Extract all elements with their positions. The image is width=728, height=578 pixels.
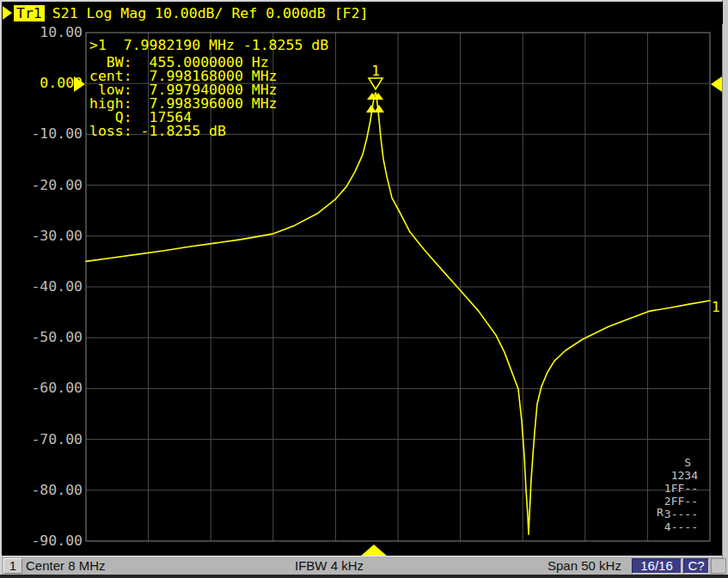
marker-readout-line: >1 7.9982190 MHz -1.8255 dB: [89, 37, 328, 53]
bandwidth-readout: BW: 455.0000000 Hz cent: 7.998168000 MHz…: [89, 56, 278, 138]
span-status: Span 50 kHz: [548, 558, 621, 573]
averaging-count-badge[interactable]: 16/16: [632, 558, 682, 574]
y-axis-label: -60.00: [0, 380, 83, 396]
y-axis-label: -50.00: [0, 330, 83, 345]
ifbw-status: IFBW 4 kHz: [295, 558, 364, 573]
vna-screen: Tr1 S21 Log Mag 10.00dB/ Ref 0.000dB [F2…: [0, 0, 728, 578]
y-axis-label: 10.00: [0, 25, 83, 40]
y-axis-label: 0.000: [0, 76, 83, 91]
ref-level-triangle-right[interactable]: [711, 76, 722, 92]
y-axis-label: -10.00: [0, 126, 83, 142]
status-bar-stub: [711, 558, 726, 574]
marker-1-number-label: 1: [371, 63, 380, 79]
y-axis-label: -80.00: [0, 483, 83, 498]
y-axis-label: -70.00: [0, 432, 83, 447]
calibration-status-badge[interactable]: C?: [683, 558, 709, 574]
s-matrix-receiver-label: R: [657, 506, 664, 519]
y-axis-label: -90.00: [0, 533, 83, 549]
center-frequency-status: Center 8 MHz: [26, 558, 106, 573]
s-matrix-text: S 1234 1FF-- 2FF-- 3---- 4----: [658, 456, 698, 533]
status-bar: 1 Center 8 MHz IFBW 4 kHz Span 50 kHz 16…: [2, 556, 722, 575]
y-axis-label: -40.00: [0, 279, 83, 295]
y-axis-label: -30.00: [0, 228, 83, 244]
stimulus-position-triangle[interactable]: [360, 545, 388, 557]
y-axis-label: -20.00: [0, 178, 83, 193]
trace-number-right-label: 1: [712, 299, 720, 315]
bw-high-marker-icon[interactable]: [374, 105, 384, 113]
channel-number-box: 1: [3, 558, 22, 574]
